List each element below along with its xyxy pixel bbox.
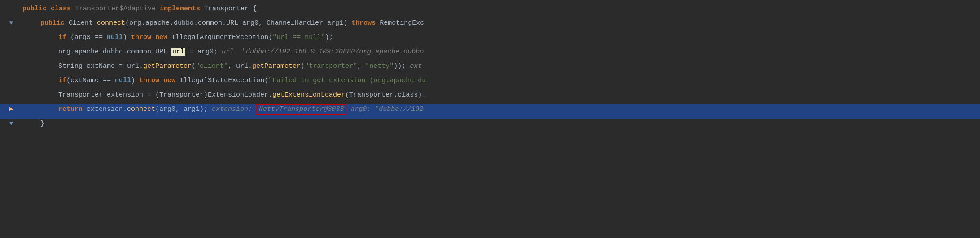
debug-url-value: url: "dubbo://192.168.0.109:20880/org.ap… xyxy=(222,48,424,56)
code-line-5: String extName = url.getParameter("clien… xyxy=(0,61,980,75)
code-line-2: ▼ public Client connect(org.apache.dubbo… xyxy=(0,18,980,32)
return-type: Client xyxy=(69,19,97,27)
gutter-2: ▼ xyxy=(4,18,18,28)
code-line-3: if (arg0 == null) throw new IllegalArgum… xyxy=(0,32,980,47)
gutter-8: ► xyxy=(4,105,18,115)
interface-name: Transporter { xyxy=(204,5,257,13)
kw-null-2: null xyxy=(115,77,131,84)
debug-extension-value: NettyTransporter@3033 xyxy=(256,104,346,115)
string-url-null: "url == null" xyxy=(272,34,325,41)
paren-2: ) xyxy=(131,77,139,84)
debug-arg0-label: arg0: "dubbo://192 xyxy=(346,106,423,113)
extension-connect: extension. xyxy=(87,106,127,113)
kw-new-2: new xyxy=(163,77,179,84)
code-line-7: Transporter extension = (Transporter)Ext… xyxy=(0,90,980,104)
paren: ) xyxy=(123,34,131,41)
code-line-4: org.apache.dubbo.common.URL url = arg0; … xyxy=(0,47,980,61)
close-parens: )); xyxy=(394,62,410,70)
keyword-implements: implements xyxy=(160,5,204,13)
method-get-param-2: getParameter xyxy=(252,62,301,70)
method-connect: connect xyxy=(97,19,125,27)
closing-brace: } xyxy=(40,120,44,128)
method-connect-2: connect xyxy=(127,106,155,113)
kw-null: null xyxy=(107,34,123,41)
string-decl: String extName = url. xyxy=(58,62,143,70)
line-content-9: } xyxy=(22,119,980,129)
code-container: public class Transporter$Adaptive implem… xyxy=(0,0,980,238)
connect-args: (arg0, arg1); xyxy=(155,106,212,113)
line-content-3: if (arg0 == null) throw new IllegalArgum… xyxy=(22,32,980,43)
condition-ext: (extName == xyxy=(66,77,115,84)
transporter-class: (Transporter.class). xyxy=(345,91,426,99)
open-paren-2: ( xyxy=(301,62,305,70)
semi1: ); xyxy=(325,34,333,41)
exception-illegal: IllegalArgumentException( xyxy=(171,34,272,41)
string-failed-ext: "Failed to get extension (org.apache.du xyxy=(268,77,426,84)
url-assign: = arg0; xyxy=(185,48,222,56)
line-content-6: if(extName == null) throw new IllegalSta… xyxy=(22,75,980,86)
line-content-2: public Client connect(org.apache.dubbo.c… xyxy=(22,18,980,28)
condition: (arg0 == xyxy=(70,34,107,41)
line-content-8: return extension.connect(arg0, arg1); ex… xyxy=(22,104,980,115)
string-netty: "netty" xyxy=(365,62,394,70)
collapse-arrow: ▼ xyxy=(9,119,13,129)
current-line-arrow: ► xyxy=(9,105,13,115)
kw-public-2: public xyxy=(40,19,69,27)
code-line-1: public class Transporter$Adaptive implem… xyxy=(0,4,980,18)
comma-1: , url. xyxy=(228,62,252,70)
string-transporter: "transporter" xyxy=(305,62,357,70)
keyword-class: class xyxy=(51,5,75,13)
class-adaptive: Transporter$Adaptive xyxy=(75,5,160,13)
kw-new: new xyxy=(155,34,171,41)
code-line-8: ► return extension.connect(arg0, arg1); … xyxy=(0,104,980,119)
debug-ext: ext xyxy=(410,62,422,70)
kw-return: return xyxy=(58,106,87,113)
params: (org.apache.dubbo.common.URL arg0, Chann… xyxy=(125,19,351,27)
kw-if: if xyxy=(58,34,70,41)
exception-name: RemotingExc xyxy=(380,19,424,27)
breakpoint-arrow: ▼ xyxy=(9,18,13,28)
code-line-9: ▼ } xyxy=(0,119,980,133)
kw-if-2: if xyxy=(58,77,66,84)
line-content-7: Transporter extension = (Transporter)Ext… xyxy=(22,90,980,100)
debug-extension-label: extension: xyxy=(212,106,256,113)
string-client: "client" xyxy=(196,62,228,70)
transporter-assign: Transporter extension = (Transporter)Ext… xyxy=(58,91,272,99)
kw-throw-2: throw xyxy=(139,77,163,84)
gutter-9: ▼ xyxy=(4,119,18,129)
kw-throws: throws xyxy=(351,19,380,27)
kw-throw: throw xyxy=(131,34,155,41)
line-content-4: org.apache.dubbo.common.URL url = arg0; … xyxy=(22,47,980,57)
open-paren: ( xyxy=(192,62,196,70)
illegal-state: IllegalStateException( xyxy=(179,77,268,84)
line-content-5: String extName = url.getParameter("clien… xyxy=(22,61,980,71)
method-get-param-1: getParameter xyxy=(143,62,192,70)
comma-2: , xyxy=(357,62,365,70)
code-line-6: if(extName == null) throw new IllegalSta… xyxy=(0,75,980,90)
line-content-1: public class Transporter$Adaptive implem… xyxy=(22,4,980,14)
url-var-highlighted: url xyxy=(171,48,185,56)
url-type: org.apache.dubbo.common.URL xyxy=(58,48,171,56)
method-get-ext-loader: getExtensionLoader xyxy=(272,91,345,99)
keyword-public: public xyxy=(22,5,51,13)
